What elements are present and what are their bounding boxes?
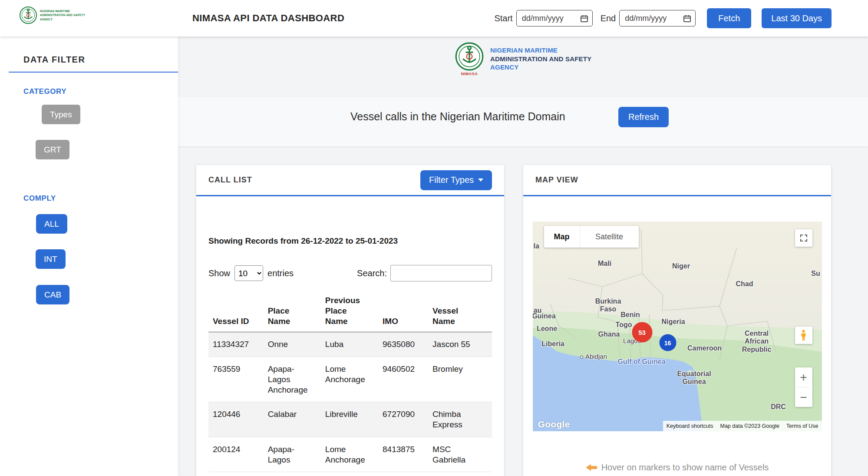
column-header-place-name[interactable]: Place Name [264,292,321,332]
comply-int-button[interactable]: INT [36,249,66,269]
call-list-header: CALL LIST Filter Types [196,165,504,196]
main-content: NIMASA NIGERIAN MARITIME ADMINISTRATION … [178,36,868,476]
map-type-control: Map Satellite [544,226,639,248]
fetch-button[interactable]: Fetch [707,8,751,28]
sidebar-divider [9,72,178,73]
agency-name: NIGERIAN MARITIME ADMINISTRATION AND SAF… [490,46,591,72]
map-label-benin: Benin [620,311,640,319]
calendar-icon[interactable] [683,14,691,23]
table-row: 120446 Calabar Libreville 6727090 Chimba… [208,402,492,437]
keyboard-shortcuts-link[interactable]: Keyboard shortcuts [663,423,717,429]
table-row: 11334327 Onne Luba 9635080 Jascon 55 [208,332,492,357]
calls-table: Vessel ID Place Name Previous Place Name… [208,292,492,472]
column-header-vessel-id[interactable]: Vessel ID [208,292,264,332]
calendar-icon[interactable] [580,14,588,23]
date-range-controls: Start dd/mm/yyyy End dd/mm/yyyy [494,0,832,36]
map-type-satellite-button[interactable]: Satellite [580,226,639,248]
terms-of-use-link[interactable]: Terms of Use [783,423,822,429]
refresh-button[interactable]: Refresh [618,107,669,127]
nimasa-anchor-icon [455,42,484,71]
nimasa-logo-small: NIGERIAN MARITIME ADMINISTRATION AND SAF… [19,6,85,24]
top-header: NIGERIAN MARITIME ADMINISTRATION AND SAF… [0,0,868,36]
nimasa-logo-center: NIMASA NIGERIAN MARITIME ADMINISTRATION … [455,42,591,76]
filter-grt-category-button[interactable]: GRT [36,140,69,159]
table-row: 763559 Apapa-Lagos Anchorage Lome Anchor… [208,357,492,402]
nimasa-logo-small-text: NIGERIAN MARITIME ADMINISTRATION AND SAF… [40,9,85,21]
map-label-equatorial-guinea: Equatorial Guinea [674,370,714,386]
filter-types-category-button[interactable]: Types [42,105,80,124]
map-view-title: MAP VIEW [535,175,578,185]
map-label-liberia: Liberia [541,340,564,348]
end-date-input[interactable]: dd/mm/yyyy [619,10,696,26]
nimasa-anchor-icon [19,6,37,24]
map-terrain [533,221,822,431]
search-input[interactable] [390,265,492,281]
map-label-drc: DRC [771,403,786,411]
end-date-label: End [601,13,616,23]
map-label-togo: Togo [616,321,632,329]
vessel-cluster-marker[interactable]: 16 [659,334,676,351]
map-label-abidjan: Abidjan [580,353,607,360]
end-date-value: dd/mm/yyyy [625,14,667,23]
call-list-title: CALL LIST [208,175,252,185]
arrow-left-icon [586,464,597,471]
zoom-control: + − [795,367,812,407]
entries-label: entries [267,268,294,278]
map-view-panel: MAP VIEW [523,165,831,476]
column-header-previous-place-name[interactable]: Previous Place Name [321,292,378,332]
map-label-gulf-of-guinea: Gulf of Guinea [617,358,665,366]
map-label-niger: Niger [672,262,690,270]
comply-label: COMPLY [23,194,178,203]
pegman-icon [800,330,807,341]
map-label-ghana: Ghana [598,331,620,338]
zoom-out-icon[interactable]: − [795,387,812,407]
map-label-sierra-leone: Leone [537,325,557,333]
page-size-select[interactable]: 10 [234,265,263,281]
map-attribution: Keyboard shortcuts Map data ©2023 Google… [663,421,822,431]
records-summary: Showing Records from 26-12-2022 to 25-01… [208,236,504,246]
map-type-map-button[interactable]: Map [544,226,580,248]
map-hint-text: Hover on markers to show name of Vessels [601,463,769,473]
map-label-cameroon: Cameroon [687,344,722,352]
column-header-imo[interactable]: IMO [378,292,428,332]
map-view-header: MAP VIEW [523,165,831,196]
nimasa-dashboard: NIGERIAN MARITIME ADMINISTRATION AND SAF… [0,0,868,476]
map-label-central-african-republic: Central African Republic [739,330,774,354]
map-data-text: Map data ©2023 Google [716,423,782,429]
last-30-days-button[interactable]: Last 30 Days [762,8,832,28]
search-label: Search: [357,268,387,278]
filter-types-dropdown-button[interactable]: Filter Types [420,170,492,190]
comply-all-button[interactable]: ALL [36,214,67,234]
show-label: Show [208,268,230,278]
table-header-row: Vessel ID Place Name Previous Place Name… [208,292,492,332]
city-marker-icon [580,356,583,359]
map-label-chad: Chad [736,280,753,288]
map-label-burkina-faso: Burkina Faso [592,298,625,314]
map-label-partial: Su [811,270,820,278]
page-title: Vessel calls in the Nigerian Maritime Do… [350,110,565,123]
category-label: CATEGORY [23,87,178,96]
vessel-cluster-marker[interactable]: 53 [632,322,652,343]
google-map[interactable]: la Mali Niger Chad Su Burkina Faso au Gu… [533,221,822,431]
start-date-label: Start [494,13,512,23]
map-hint: Hover on markers to show name of Vessels [523,463,831,473]
start-date-input[interactable]: dd/mm/yyyy [516,10,593,26]
nimasa-wordmark: NIMASA [461,72,478,76]
filter-sidebar: DATA FILTER CATEGORY Types GRT COMPLY AL… [0,36,178,476]
google-logo[interactable]: Google [538,419,570,430]
start-date-value: dd/mm/yyyy [522,14,564,23]
fullscreen-icon [800,234,808,242]
map-label-nigeria: Nigeria [661,318,685,326]
sidebar-title: DATA FILTER [23,55,178,65]
table-controls: Show 10 entries Search: [208,265,492,281]
zoom-in-icon[interactable]: + [795,367,812,387]
table-row: 200124 Apapa-Lagos Lome Anchorage 841387… [208,437,492,472]
column-header-vessel-name[interactable]: Vessel Name [428,292,492,332]
comply-cab-button[interactable]: CAB [36,285,69,304]
map-label-mali: Mali [598,260,611,268]
fullscreen-button[interactable] [795,229,812,247]
dashboard-title: NIMASA API DATA DASHBOARD [192,13,344,24]
street-view-pegman-button[interactable] [795,327,812,344]
call-list-panel: CALL LIST Filter Types Showing Records f… [196,165,504,476]
map-label-partial: la [534,242,539,250]
